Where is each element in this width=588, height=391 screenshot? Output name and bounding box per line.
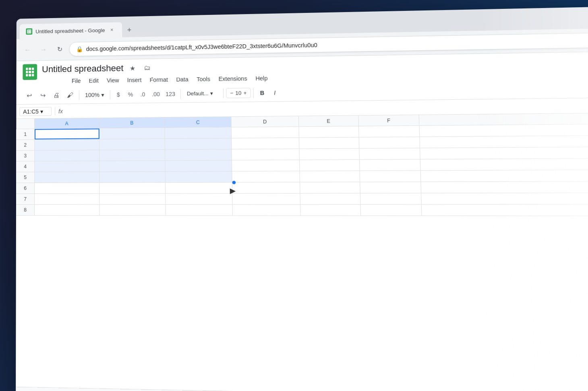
cell-f4[interactable]: [360, 159, 421, 171]
reload-button[interactable]: ↻: [53, 43, 66, 56]
menu-data[interactable]: Data: [172, 74, 193, 84]
cell-d6[interactable]: [232, 182, 300, 193]
cell-b1[interactable]: [99, 128, 165, 139]
cell-f6[interactable]: [360, 182, 421, 193]
decimal-increase-button[interactable]: .00: [149, 88, 162, 101]
cell-f2[interactable]: [359, 137, 420, 148]
cell-ref-dropdown-icon[interactable]: ▾: [40, 108, 43, 115]
row-number-6[interactable]: 6: [16, 183, 35, 193]
formula-input[interactable]: [66, 101, 588, 115]
cell-d5[interactable]: [232, 171, 300, 182]
cell-d7[interactable]: [232, 193, 300, 204]
italic-button[interactable]: I: [269, 86, 281, 99]
cell-e6[interactable]: [300, 182, 360, 193]
row-number-2[interactable]: 2: [16, 140, 35, 150]
cell-a6[interactable]: [35, 183, 99, 193]
cell-c4[interactable]: [165, 161, 232, 171]
more-formats-button[interactable]: 123: [163, 87, 178, 100]
cell-d4[interactable]: [232, 160, 300, 171]
row-number-7[interactable]: 7: [16, 194, 35, 204]
cell-name-box[interactable]: A1:C5 ▾: [19, 107, 52, 116]
cell-e5[interactable]: [300, 171, 360, 182]
undo-button[interactable]: ↩: [23, 89, 35, 102]
col-header-a[interactable]: A: [35, 118, 99, 129]
row-number-1[interactable]: 1: [16, 129, 35, 140]
cell-a5[interactable]: [35, 172, 99, 183]
cell-b7[interactable]: [99, 194, 166, 204]
print-button[interactable]: 🖨: [50, 89, 63, 102]
cell-b3[interactable]: [99, 150, 165, 161]
zoom-selector[interactable]: 100% ▾: [82, 90, 107, 100]
cell-c6[interactable]: [166, 183, 232, 193]
cell-a1[interactable]: [35, 128, 99, 139]
cell-d2[interactable]: [232, 138, 299, 149]
menu-insert[interactable]: Insert: [123, 75, 146, 85]
menu-help[interactable]: Help: [251, 73, 272, 83]
selection-handle[interactable]: [232, 181, 236, 184]
add-sheet-button[interactable]: +: [19, 389, 30, 391]
menu-view[interactable]: View: [103, 76, 123, 85]
back-button[interactable]: ←: [21, 43, 34, 56]
cell-c7[interactable]: [166, 193, 232, 204]
cell-a3[interactable]: [35, 150, 99, 161]
cell-b4[interactable]: [99, 161, 166, 172]
col-header-c[interactable]: C: [165, 117, 231, 128]
currency-button[interactable]: $: [112, 88, 124, 101]
font-size-selector[interactable]: − 10 +: [226, 88, 251, 98]
cell-f1[interactable]: [359, 126, 420, 137]
menu-extensions[interactable]: Extensions: [214, 74, 251, 84]
cell-c2[interactable]: [165, 138, 232, 149]
cell-c3[interactable]: [165, 149, 232, 160]
cell-f8[interactable]: [361, 205, 422, 216]
doc-title[interactable]: Untitled spreadsheet: [42, 63, 123, 75]
cell-e3[interactable]: [299, 148, 359, 159]
cell-c1[interactable]: [165, 128, 232, 139]
star-button[interactable]: ★: [126, 62, 138, 74]
cell-a7[interactable]: [35, 194, 100, 204]
sheet-tab-1[interactable]: Sheet1: [32, 389, 62, 391]
cell-e2[interactable]: [299, 138, 359, 149]
font-size-plus-icon[interactable]: +: [242, 90, 248, 96]
cell-e8[interactable]: [300, 205, 361, 216]
cell-d8[interactable]: [233, 205, 301, 216]
cell-c8[interactable]: [166, 205, 233, 216]
paint-format-button[interactable]: 🖌: [64, 88, 77, 101]
menu-edit[interactable]: Edit: [85, 76, 103, 85]
menu-tools[interactable]: Tools: [193, 74, 215, 84]
col-header-f[interactable]: F: [358, 115, 419, 126]
percent-button[interactable]: %: [125, 88, 137, 101]
cell-c5[interactable]: [166, 171, 232, 182]
decimal-decrease-button[interactable]: .0: [137, 88, 149, 101]
cell-d1[interactable]: [232, 127, 299, 138]
cell-f7[interactable]: [360, 193, 422, 204]
col-header-b[interactable]: B: [99, 117, 165, 128]
cell-f3[interactable]: [359, 148, 420, 159]
row-number-5[interactable]: 5: [16, 172, 35, 183]
cell-a2[interactable]: [35, 139, 99, 150]
row-number-3[interactable]: 3: [16, 150, 35, 161]
cell-b2[interactable]: [99, 139, 165, 150]
menu-format[interactable]: Format: [145, 75, 172, 85]
cell-b8[interactable]: [100, 205, 166, 215]
move-to-drive-button[interactable]: 🗂: [141, 62, 153, 74]
new-tab-button[interactable]: +: [124, 24, 135, 35]
redo-button[interactable]: ↪: [36, 89, 49, 102]
font-selector[interactable]: Default... ▾: [183, 88, 221, 99]
row-number-8[interactable]: 8: [16, 205, 35, 215]
col-header-e[interactable]: E: [299, 115, 359, 126]
active-tab[interactable]: Untitled spreadsheet - Google ×: [20, 22, 122, 39]
forward-button[interactable]: →: [37, 43, 50, 56]
menu-file[interactable]: File: [68, 76, 85, 86]
cell-a8[interactable]: [35, 205, 100, 215]
col-header-d[interactable]: D: [232, 116, 299, 127]
cell-d3[interactable]: [232, 149, 300, 160]
cell-b5[interactable]: [99, 172, 166, 183]
bold-button[interactable]: B: [256, 86, 268, 99]
cell-e1[interactable]: [299, 126, 359, 138]
cell-a4[interactable]: [35, 161, 99, 172]
close-tab-button[interactable]: ×: [108, 26, 116, 33]
cell-f5[interactable]: [360, 171, 421, 181]
row-number-4[interactable]: 4: [16, 161, 35, 172]
cell-e7[interactable]: [300, 193, 361, 204]
cell-b6[interactable]: [99, 183, 166, 193]
